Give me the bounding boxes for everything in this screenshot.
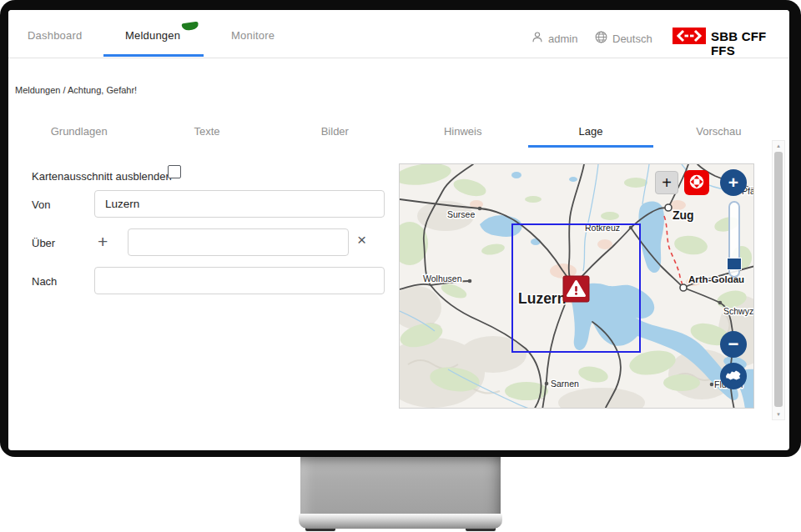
von-input[interactable] bbox=[94, 190, 385, 218]
user-name: admin bbox=[548, 33, 577, 45]
map-label-zug: Zug bbox=[673, 208, 694, 222]
tab-bar: Grundlagen Texte Bilder Hinweis Lage Vor… bbox=[15, 118, 783, 145]
tab-hinweis[interactable]: Hinweis bbox=[399, 118, 526, 145]
pan-arrows-icon bbox=[686, 171, 708, 195]
clear-via-button[interactable]: × bbox=[357, 231, 366, 249]
tab-active-underline bbox=[528, 145, 652, 148]
monitor-bezel: Dashboard Meldungen Monitore admin Deuts… bbox=[0, 0, 801, 457]
screen: Dashboard Meldungen Monitore admin Deuts… bbox=[8, 10, 789, 450]
monitor: Dashboard Meldungen Monitore admin Deuts… bbox=[0, 0, 801, 532]
nach-label: Nach bbox=[32, 275, 57, 288]
breadcrumb: Meldungen / Achtung, Gefahr! bbox=[15, 85, 137, 95]
map-label-luzern: Luzern bbox=[518, 290, 566, 307]
monitor-stand-base bbox=[299, 514, 502, 529]
map-label-sarnen: Sarnen bbox=[551, 379, 579, 389]
home-extent-button[interactable] bbox=[720, 363, 747, 389]
user-menu[interactable]: admin bbox=[531, 31, 577, 46]
nav-active-underline bbox=[103, 54, 204, 57]
ueber-input[interactable] bbox=[128, 228, 349, 256]
map-label-schwyz: Schwyz bbox=[723, 306, 753, 316]
page-scrollbar[interactable]: ▴ ▾ bbox=[772, 140, 785, 420]
monitor-stand bbox=[300, 457, 501, 517]
sbb-logo-icon bbox=[673, 28, 706, 44]
add-via-button[interactable]: + bbox=[98, 232, 108, 252]
draw-rectangle-button[interactable]: + bbox=[655, 171, 678, 194]
tab-lage[interactable]: Lage bbox=[526, 118, 654, 145]
scrollbar-down-icon[interactable]: ▾ bbox=[773, 411, 784, 418]
meldungen-badge-icon bbox=[181, 22, 199, 32]
language-menu[interactable]: Deutsch bbox=[595, 31, 652, 46]
hide-map-checkbox[interactable] bbox=[168, 165, 181, 178]
ueber-label: Über bbox=[32, 237, 55, 249]
zoom-slider-handle[interactable] bbox=[727, 258, 742, 270]
user-icon bbox=[531, 31, 543, 46]
hide-map-label: Kartenausschnitt ausblenden bbox=[32, 170, 172, 183]
map[interactable]: Sursee Wolhusen Rotkreuz Zug Arth-Goldau… bbox=[399, 163, 754, 409]
app-header: Dashboard Meldungen Monitore admin Deuts… bbox=[8, 10, 789, 58]
nav-dashboard[interactable]: Dashboard bbox=[28, 29, 82, 42]
tab-vorschau[interactable]: Vorschau bbox=[655, 118, 783, 145]
nach-input[interactable] bbox=[94, 267, 385, 294]
zoom-in-button[interactable]: + bbox=[720, 169, 747, 196]
nav-meldungen[interactable]: Meldungen bbox=[125, 29, 180, 42]
scrollbar-thumb[interactable] bbox=[774, 152, 783, 407]
brand-text: SBB CFF FFS bbox=[711, 29, 789, 58]
map-label-wolhusen: Wolhusen bbox=[423, 274, 462, 284]
switzerland-map-icon bbox=[725, 369, 742, 384]
tab-texte[interactable]: Texte bbox=[143, 118, 270, 145]
von-label: Von bbox=[32, 198, 50, 211]
language-label: Deutsch bbox=[612, 33, 652, 45]
warning-marker-icon[interactable] bbox=[563, 276, 589, 302]
zoom-out-button[interactable]: − bbox=[720, 331, 747, 358]
tab-bilder[interactable]: Bilder bbox=[271, 118, 399, 145]
globe-icon bbox=[595, 31, 607, 46]
scrollbar-up-icon[interactable]: ▴ bbox=[773, 143, 784, 149]
tab-grundlagen[interactable]: Grundlagen bbox=[15, 118, 143, 145]
pan-tool-button[interactable] bbox=[684, 170, 709, 195]
nav-monitore[interactable]: Monitore bbox=[231, 29, 275, 42]
map-label-sursee: Sursee bbox=[447, 209, 475, 219]
